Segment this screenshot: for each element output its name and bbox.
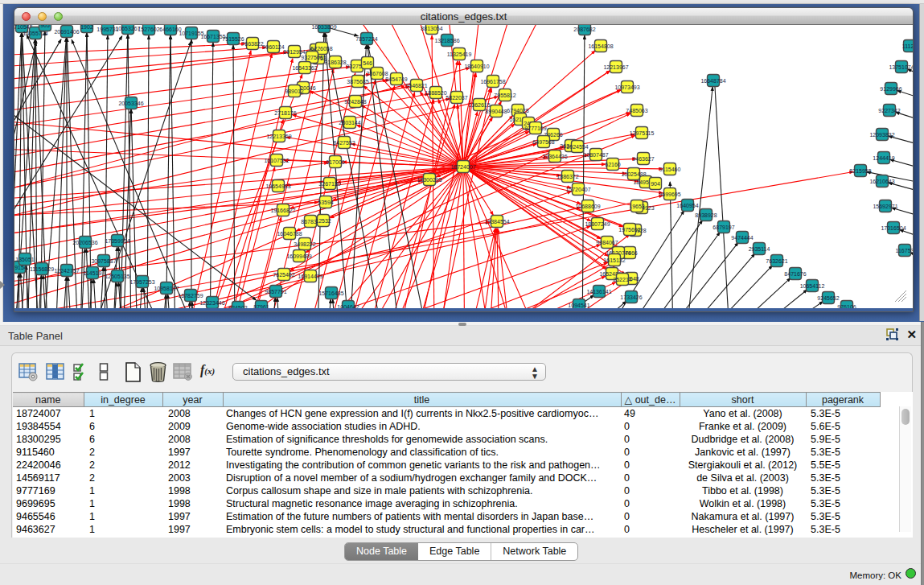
svg-text:12213967: 12213967 bbox=[603, 64, 628, 70]
svg-text:12093832: 12093832 bbox=[869, 132, 894, 138]
svg-text:8427552: 8427552 bbox=[333, 140, 355, 146]
svg-text:18300295: 18300295 bbox=[417, 177, 441, 183]
svg-text:10688609: 10688609 bbox=[575, 204, 600, 209]
svg-text:546: 546 bbox=[363, 60, 372, 66]
svg-text:12975115: 12975115 bbox=[630, 130, 655, 136]
svg-text:9084067: 9084067 bbox=[596, 240, 618, 245]
svg-text:11325419: 11325419 bbox=[447, 51, 472, 57]
svg-text:10958107: 10958107 bbox=[154, 286, 179, 291]
svg-text:3498222: 3498222 bbox=[294, 241, 315, 247]
svg-text:905: 905 bbox=[40, 25, 50, 28]
svg-text:114519: 114519 bbox=[84, 270, 102, 276]
svg-text:10654112: 10654112 bbox=[800, 283, 825, 289]
svg-text:2718176: 2718176 bbox=[274, 110, 296, 116]
svg-text:9857791: 9857791 bbox=[265, 289, 286, 295]
svg-text:7632621: 7632621 bbox=[766, 258, 787, 264]
svg-text:16154808: 16154808 bbox=[588, 43, 613, 49]
svg-text:1004642: 1004642 bbox=[337, 304, 359, 308]
svg-text:20691406: 20691406 bbox=[54, 29, 79, 35]
svg-text:16914479: 16914479 bbox=[298, 274, 322, 279]
svg-text:1362615: 1362615 bbox=[468, 102, 490, 108]
svg-text:8990448: 8990448 bbox=[485, 109, 507, 114]
svg-text:8454749: 8454749 bbox=[385, 76, 407, 82]
svg-text:9474444: 9474444 bbox=[731, 235, 753, 241]
svg-text:10973493: 10973493 bbox=[614, 84, 639, 90]
svg-text:9699695: 9699695 bbox=[659, 192, 680, 197]
svg-text:9327506: 9327506 bbox=[301, 55, 322, 60]
svg-text:13218586: 13218586 bbox=[434, 38, 459, 43]
svg-text:1527602: 1527602 bbox=[138, 27, 159, 32]
svg-text:3024554: 3024554 bbox=[566, 144, 588, 150]
svg-text:17016504: 17016504 bbox=[881, 225, 906, 231]
svg-text:1733426: 1733426 bbox=[620, 295, 642, 300]
svg-text:116753: 116753 bbox=[896, 248, 913, 253]
svg-text:7663822: 7663822 bbox=[241, 41, 263, 47]
svg-text:5226058: 5226058 bbox=[310, 46, 332, 51]
svg-text:9546821: 9546821 bbox=[405, 83, 427, 89]
svg-text:15720407: 15720407 bbox=[565, 187, 590, 192]
svg-text:10807487: 10807487 bbox=[583, 152, 608, 158]
svg-text:924502: 924502 bbox=[228, 305, 247, 308]
svg-text:617006: 617006 bbox=[326, 159, 344, 165]
svg-text:12323446: 12323446 bbox=[199, 300, 224, 306]
svg-text:12213369: 12213369 bbox=[266, 134, 291, 139]
svg-text:9777169: 9777169 bbox=[524, 126, 546, 131]
svg-text:989012: 989012 bbox=[285, 89, 303, 94]
svg-text:17359934: 17359934 bbox=[105, 238, 129, 244]
svg-text:1244419: 1244419 bbox=[873, 155, 894, 161]
svg-text:2867608: 2867608 bbox=[366, 71, 388, 76]
svg-text:18724007: 18724007 bbox=[450, 164, 475, 170]
svg-text:1640954: 1640954 bbox=[676, 203, 698, 208]
svg-text:19166827: 19166827 bbox=[270, 208, 295, 213]
svg-text:1975692: 1975692 bbox=[618, 227, 640, 233]
svg-text:19654983: 19654983 bbox=[265, 183, 290, 189]
svg-text:8215955: 8215955 bbox=[849, 168, 871, 174]
svg-text:19384554: 19384554 bbox=[484, 219, 509, 225]
svg-text:904: 904 bbox=[651, 181, 660, 187]
svg-text:12242757: 12242757 bbox=[54, 268, 79, 274]
svg-text:20206536: 20206536 bbox=[72, 240, 97, 245]
svg-text:62160: 62160 bbox=[605, 162, 621, 167]
svg-text:18807249: 18807249 bbox=[585, 221, 610, 227]
svg-text:16961758: 16961758 bbox=[480, 79, 505, 84]
svg-text:14136141: 14136141 bbox=[586, 289, 611, 295]
svg-text:5822037: 5822037 bbox=[446, 95, 467, 101]
svg-text:9242848: 9242848 bbox=[344, 99, 366, 105]
svg-text:9960124: 9960124 bbox=[262, 44, 284, 50]
svg-text:1094541: 1094541 bbox=[568, 303, 589, 308]
svg-text:53594: 53594 bbox=[318, 200, 334, 205]
svg-text:16099489: 16099489 bbox=[286, 253, 311, 259]
svg-text:1902: 1902 bbox=[80, 25, 93, 30]
svg-text:135051: 135051 bbox=[15, 257, 34, 262]
svg-text:30975887: 30975887 bbox=[91, 258, 116, 264]
svg-text:8912954: 8912954 bbox=[283, 49, 305, 55]
svg-text:9129966: 9129966 bbox=[880, 86, 901, 92]
svg-text:7625402: 7625402 bbox=[273, 272, 294, 278]
svg-text:12532: 12532 bbox=[315, 218, 331, 224]
svg-text:976106: 976106 bbox=[837, 304, 856, 308]
svg-text:8471676: 8471676 bbox=[784, 271, 806, 277]
svg-text:20364436: 20364436 bbox=[542, 154, 567, 159]
svg-text:13751074: 13751074 bbox=[889, 64, 913, 70]
svg-text:9463627: 9463627 bbox=[632, 156, 654, 162]
svg-text:19653: 19653 bbox=[629, 204, 645, 209]
svg-text:3267130: 3267130 bbox=[318, 181, 340, 187]
svg-text:7955812: 7955812 bbox=[494, 93, 515, 98]
svg-text:6879197: 6879197 bbox=[713, 225, 734, 230]
svg-text:9115460: 9115460 bbox=[659, 167, 681, 172]
svg-text:16210643: 16210643 bbox=[869, 179, 894, 184]
svg-text:16107552: 16107552 bbox=[264, 158, 289, 163]
svg-text:7485063: 7485063 bbox=[626, 108, 647, 113]
svg-text:2803144: 2803144 bbox=[339, 120, 360, 126]
svg-text:8938928: 8938928 bbox=[695, 212, 717, 218]
svg-text:16648784: 16648784 bbox=[700, 78, 725, 84]
svg-text:10653267: 10653267 bbox=[115, 26, 140, 31]
svg-text:20053346: 20053346 bbox=[118, 101, 143, 106]
svg-text:2087682: 2087682 bbox=[573, 27, 595, 32]
svg-text:16782759: 16782759 bbox=[178, 293, 203, 299]
svg-text:87961: 87961 bbox=[253, 304, 269, 308]
svg-text:12505135: 12505135 bbox=[105, 274, 129, 279]
svg-text:16033809: 16033809 bbox=[311, 25, 336, 30]
svg-text:1888520: 1888520 bbox=[425, 90, 446, 96]
svg-text:6497568: 6497568 bbox=[532, 139, 554, 145]
